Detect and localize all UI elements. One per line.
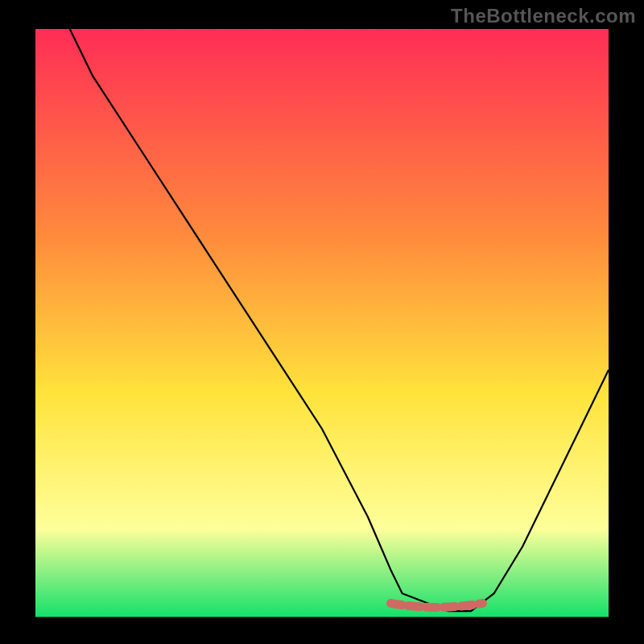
bottleneck-chart: TheBottleneck.com — [0, 0, 644, 644]
chart-background — [35, 29, 609, 617]
flat-bottom-marker — [390, 603, 482, 607]
chart-svg — [0, 0, 644, 644]
watermark-text: TheBottleneck.com — [451, 5, 636, 27]
